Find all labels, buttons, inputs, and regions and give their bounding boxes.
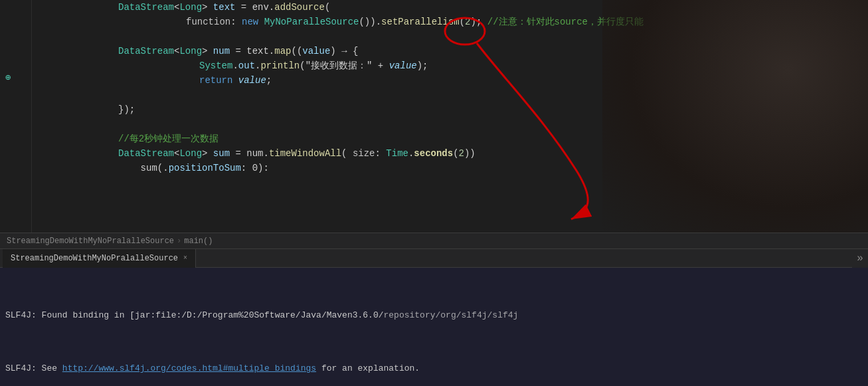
code-token: < (174, 0, 179, 15)
code-token: value (389, 58, 417, 73)
code-line-12: sum(.positionToSum: 0): (33, 161, 868, 175)
breadcrumb-separator: › (177, 237, 181, 246)
code-token: function (186, 15, 230, 29)
code-line-blank3 (33, 117, 868, 132)
code-token: text (213, 0, 236, 15)
code-token: value (302, 44, 330, 58)
code-token: ); (471, 15, 487, 29)
code-token: ( (341, 146, 353, 161)
code-token: return (199, 73, 238, 88)
console-tab-close[interactable]: × (183, 254, 187, 262)
code-token: seconds (414, 146, 453, 161)
code-line-2: function: new MyNoParalleSource()).setPa… (33, 15, 868, 29)
breadcrumb-path: StreamingDemoWithMyNoPralalleSource (7, 237, 174, 246)
code-token: = text. (230, 44, 274, 58)
code-token: size (353, 146, 375, 161)
code-token: DataStream (118, 0, 174, 15)
code-token: Time (386, 146, 408, 161)
code-token: System (199, 58, 232, 73)
code-token: . (232, 58, 238, 73)
code-token: Long (179, 0, 202, 15)
console-area: StreamingDemoWithMyNoPralalleSource × » … (0, 248, 868, 386)
code-token: ()). (359, 15, 381, 29)
code-token: Long (179, 44, 202, 58)
code-token: : (375, 146, 387, 161)
code-token: < (174, 44, 179, 58)
code-token: ( (453, 146, 458, 161)
console-tab-label: StreamingDemoWithMyNoPralalleSource (11, 254, 178, 263)
code-token: println (260, 58, 300, 73)
code-token: ; (266, 73, 272, 88)
code-token: map (274, 44, 291, 58)
code-token: : (230, 15, 242, 29)
code-token: timeWindowAll (269, 146, 341, 161)
code-token: < (174, 146, 179, 161)
code-token: 2 (459, 146, 464, 161)
code-line-11: DataStream<Long> sum = num.timeWindowAll… (33, 146, 868, 161)
code-line-4: DataStream<Long> num = text.map((value) … (33, 44, 868, 58)
breadcrumb-bar: StreamingDemoWithMyNoPralalleSource › ma… (0, 233, 868, 248)
code-line-1: DataStream<Long> text = env.addSource( (33, 0, 868, 15)
code-token: sum(. (118, 161, 169, 175)
code-line-8: }); (33, 102, 868, 117)
code-token: value (238, 73, 266, 88)
code-token: DataStream (118, 146, 174, 161)
code-token: > (202, 0, 213, 15)
code-token: sum (213, 146, 230, 161)
code-line-5: System.out.println("接收到数据：" + value); (33, 58, 868, 73)
code-token: )) (464, 146, 476, 161)
console-output: SLF4J: Found binding in [jar:file:/D:/Pr… (0, 268, 868, 386)
code-token: = num. (230, 146, 269, 161)
code-token: DataStream (118, 44, 174, 58)
code-token: ) → { (330, 44, 358, 58)
console-tab[interactable]: StreamingDemoWithMyNoPralalleSource × (3, 249, 196, 268)
code-token: positionToSum (169, 161, 241, 175)
code-token: . (408, 146, 414, 161)
code-line-blank2 (33, 88, 868, 102)
code-line-blank1 (33, 29, 868, 44)
code-token: ); (417, 58, 428, 73)
code-token: addSource (274, 0, 325, 15)
code-token: ("接收到数据：" + (300, 58, 389, 73)
code-token: > (202, 44, 213, 58)
slf4j-link[interactable]: http://www.slf4j.org/codes.html#multiple… (62, 363, 316, 373)
code-line-6: return value; (33, 73, 868, 88)
code-token: }); (118, 102, 135, 117)
code-lines: DataStream<Long> text = env.addSource( f… (33, 0, 868, 175)
code-token: MyNoParalleSource (264, 15, 359, 29)
code-token: 2 (465, 15, 470, 29)
console-tab-bar: StreamingDemoWithMyNoPralalleSource × » (0, 249, 868, 268)
console-line-1: SLF4J: Found binding in [jar:file:/D:/Pr… (5, 309, 863, 322)
code-token: > (202, 146, 213, 161)
line-gutter: ⊕ (0, 0, 32, 233)
code-token: ( (460, 15, 465, 29)
code-token: ( (325, 0, 330, 15)
code-token: = env. (235, 0, 274, 15)
code-token: //注意：针对此source，并行度只能 (487, 15, 644, 29)
code-token: num (213, 44, 230, 58)
console-line-2: SLF4J: See http://www.slf4j.org/codes.ht… (5, 362, 863, 375)
code-token: . (255, 58, 260, 73)
code-line-10: //每2秒钟处理一次数据 (33, 132, 868, 146)
code-token: setParallelism (381, 15, 460, 29)
code-token: (( (292, 44, 303, 58)
breadcrumb-method: main() (184, 237, 213, 246)
code-token: : 0): (241, 161, 269, 175)
code-editor: ⊕ DataStream<Long> text = env.addSource(… (0, 0, 868, 233)
code-token: new (242, 15, 264, 29)
code-token: //每2秒钟处理一次数据 (118, 132, 218, 146)
code-token: out (238, 58, 255, 73)
gutter-icon: ⊕ (3, 72, 13, 82)
console-scroll-right[interactable]: » (852, 249, 868, 268)
code-token: Long (179, 146, 202, 161)
